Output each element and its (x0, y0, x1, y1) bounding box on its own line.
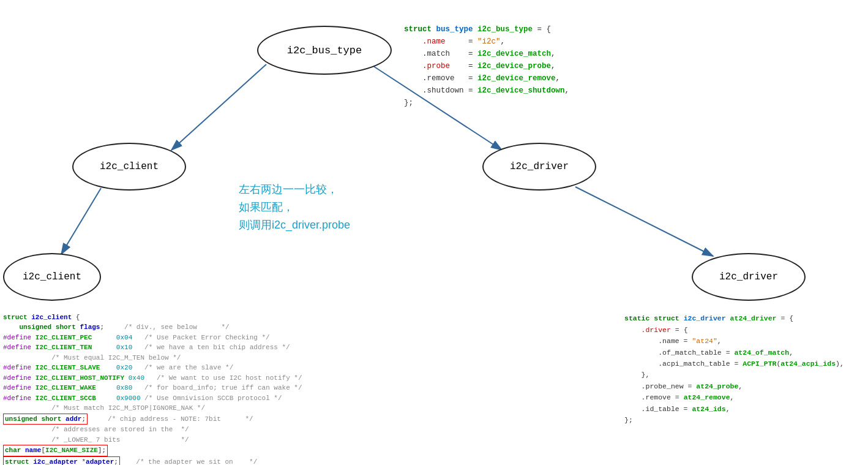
node-bus-type: i2c_bus_type (257, 26, 392, 75)
node-client-bot: i2c_client (3, 253, 101, 301)
svg-line-3 (61, 188, 101, 254)
code-bus-type: struct bus_type i2c_bus_type = { .name =… (404, 11, 569, 109)
code-client: struct i2c_client { unsigned short flags… (3, 302, 302, 465)
svg-line-4 (575, 187, 713, 256)
node-driver-bot: i2c_driver (692, 253, 806, 301)
main-canvas: i2c_bus_type i2c_client i2c_driver i2c_c… (0, 0, 868, 465)
code-driver: static struct i2c_driver at24_driver = {… (624, 302, 844, 437)
node-driver-mid: i2c_driver (482, 143, 596, 191)
svg-line-1 (171, 64, 266, 150)
node-client-mid: i2c_client (72, 143, 186, 191)
annotation-text: 左右两边一一比较， 如果匹配， 则调用i2c_driver.probe (239, 181, 350, 233)
